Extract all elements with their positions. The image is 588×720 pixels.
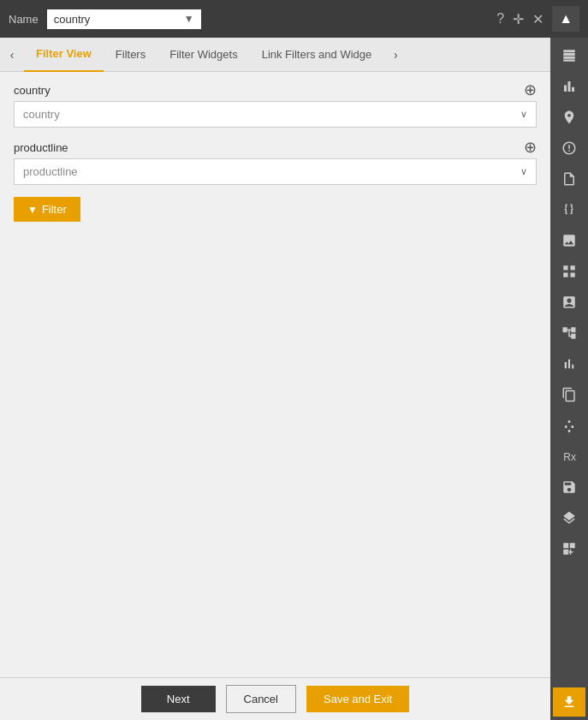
- productline-add-icon[interactable]: ⊕: [524, 140, 537, 155]
- download-icon[interactable]: [553, 687, 585, 717]
- save-floppy-icon[interactable]: [553, 473, 585, 502]
- country-label: country: [14, 84, 50, 97]
- name-label: Name: [9, 13, 39, 26]
- tab-link-filters[interactable]: Link Filters and Widge: [250, 38, 384, 72]
- productline-label: productline: [14, 141, 68, 154]
- tab-next-arrow[interactable]: ›: [383, 38, 407, 72]
- country-dropdown[interactable]: country ∨: [14, 101, 537, 128]
- productline-dropdown-text: productline: [23, 165, 78, 178]
- grid-plus-icon[interactable]: [553, 534, 585, 563]
- image-icon[interactable]: [553, 226, 585, 255]
- productline-dropdown-arrow-icon: ∨: [520, 166, 527, 177]
- filter-content: country ⊕ country ∨ productline ⊕ produc…: [0, 72, 550, 677]
- tab-navigation: ‹ Filter View Filters Filter Widgets Lin…: [0, 38, 550, 72]
- network-icon[interactable]: [553, 411, 585, 440]
- right-sidebar: Rx: [550, 38, 588, 720]
- chart-bar-icon[interactable]: [553, 72, 585, 101]
- table-icon[interactable]: [553, 41, 585, 70]
- code-braces-icon[interactable]: [553, 195, 585, 224]
- tab-filter-widgets[interactable]: Filter Widgets: [157, 38, 249, 72]
- name-select[interactable]: country productline orderdate: [47, 9, 201, 29]
- rx-icon[interactable]: Rx: [553, 442, 585, 471]
- bar-chart2-icon[interactable]: [553, 349, 585, 378]
- country-add-icon[interactable]: ⊕: [524, 82, 537, 98]
- country-filter-group: country ⊕ country ∨: [14, 82, 537, 128]
- filter-button[interactable]: ▼ Filter: [14, 197, 80, 222]
- move-icon[interactable]: ✛: [513, 11, 524, 27]
- map-icon[interactable]: [553, 103, 585, 132]
- productline-group-header: productline ⊕: [14, 140, 537, 155]
- document-icon[interactable]: [553, 164, 585, 193]
- hierarchy-icon[interactable]: [553, 318, 585, 348]
- report-icon[interactable]: [553, 288, 585, 317]
- header-icons: ? ✛ ✕ ▲: [496, 6, 579, 32]
- close-icon[interactable]: ✕: [532, 11, 543, 27]
- cancel-button[interactable]: Cancel: [226, 685, 296, 713]
- country-dropdown-text: country: [23, 108, 60, 121]
- save-exit-button[interactable]: Save and Exit: [306, 686, 409, 712]
- tab-filters[interactable]: Filters: [104, 38, 157, 72]
- main-area: ‹ Filter View Filters Filter Widgets Lin…: [0, 38, 588, 720]
- productline-dropdown[interactable]: productline ∨: [14, 158, 537, 185]
- country-group-header: country ⊕: [14, 82, 537, 98]
- filter-funnel-icon: ▼: [27, 204, 38, 216]
- tab-prev-arrow[interactable]: ‹: [0, 38, 24, 72]
- productline-filter-group: productline ⊕ productline ∨: [14, 140, 537, 185]
- help-icon[interactable]: ?: [496, 11, 504, 27]
- tab-filter-view[interactable]: Filter View: [24, 38, 104, 72]
- country-dropdown-arrow-icon: ∨: [520, 109, 527, 120]
- name-select-wrapper: country productline orderdate ▼: [47, 9, 201, 29]
- footer-bar: Next Cancel Save and Exit: [0, 677, 550, 720]
- layers-icon[interactable]: [553, 503, 585, 533]
- file-copy-icon[interactable]: [553, 380, 585, 409]
- grid-table-icon[interactable]: [553, 257, 585, 286]
- next-button[interactable]: Next: [141, 686, 216, 712]
- gauge-icon[interactable]: [553, 134, 585, 163]
- left-panel: ‹ Filter View Filters Filter Widgets Lin…: [0, 38, 550, 720]
- up-arrow-icon[interactable]: ▲: [552, 6, 579, 32]
- svg-text:Rx: Rx: [563, 451, 576, 463]
- header-bar: Name country productline orderdate ▼ ? ✛…: [0, 0, 588, 38]
